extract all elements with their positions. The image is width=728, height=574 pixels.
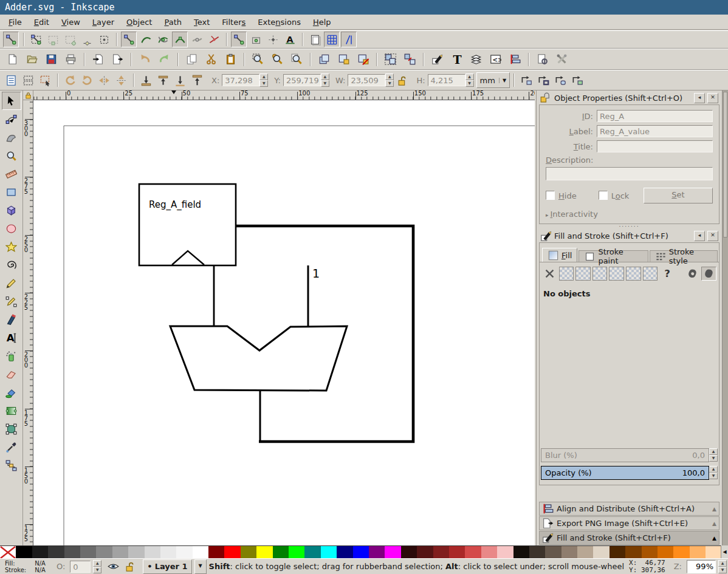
radial-gradient-button[interactable] (592, 267, 608, 281)
snap-bbox-centers-button[interactable] (96, 32, 112, 47)
snap-object-centers-button[interactable] (248, 32, 264, 47)
group-button[interactable] (381, 50, 399, 69)
palette-swatch[interactable] (224, 546, 240, 559)
tool-node-editor[interactable] (2, 110, 21, 128)
unknown-paint-button[interactable]: ? (659, 267, 675, 281)
palette-swatch[interactable] (433, 546, 449, 559)
object-properties-header[interactable]: Object Properties (Shift+Ctrl+O) ◂ ✕ (539, 92, 719, 104)
palette-swatch[interactable] (256, 546, 272, 559)
save-button[interactable] (42, 50, 60, 69)
snap-cusp-nodes-button[interactable] (172, 32, 188, 47)
dock-item-export[interactable]: Export PNG Image (Shift+Ctrl+E) ▲ (539, 516, 719, 530)
palette-swatch[interactable] (577, 546, 593, 559)
snap-grids-button[interactable] (324, 32, 340, 47)
mesh-gradient-button[interactable] (643, 267, 658, 281)
menu-item-view[interactable]: View (55, 16, 86, 29)
palette-swatch[interactable] (160, 546, 176, 559)
opacity-slider[interactable]: Opacity (%) 100,0 (541, 466, 709, 480)
export-button[interactable] (108, 50, 126, 69)
window-titlebar[interactable]: Adder.svg - Inkscape (0, 0, 728, 15)
palette-swatch[interactable] (304, 546, 320, 559)
import-button[interactable] (89, 50, 107, 69)
preferences-button[interactable] (552, 50, 571, 69)
tool-paint-bucket[interactable] (2, 383, 21, 401)
height-input[interactable]: 4,215 (428, 74, 465, 86)
dock-item-fill-stroke[interactable]: Fill and Stroke (Shift+Ctrl+F) ▲ (539, 531, 719, 545)
palette-none-swatch[interactable] (0, 546, 16, 559)
select-all-layers-button[interactable] (20, 72, 36, 88)
width-input[interactable]: 23,509 (348, 74, 385, 86)
palette-swatch[interactable] (673, 546, 689, 559)
cut-button[interactable] (202, 50, 220, 69)
palette-swatch[interactable] (208, 546, 224, 559)
h-spinner[interactable]: ▲▼ (465, 73, 474, 87)
flat-color-button[interactable] (559, 267, 574, 281)
w-spinner[interactable]: ▲▼ (385, 73, 394, 87)
blur-spinner[interactable]: ▲▼ (709, 448, 718, 462)
palette-swatch[interactable] (145, 546, 160, 559)
menu-item-extensions[interactable]: Extensions (252, 16, 307, 29)
affect-stroke-toggle[interactable] (535, 72, 551, 88)
palette-swatch[interactable] (610, 546, 625, 559)
unit-dropdown[interactable]: mm ▼ (476, 72, 510, 88)
snap-nodes-button[interactable] (121, 32, 137, 47)
document-properties-button[interactable] (533, 50, 551, 69)
alu-shape[interactable] (170, 326, 347, 391)
text-dialog-button[interactable]: T (447, 50, 465, 69)
collapse-panel-button[interactable]: ◂ (694, 231, 705, 241)
tool-pencil[interactable] (2, 274, 21, 292)
paste-button[interactable] (221, 50, 239, 69)
snap-bbox-edge-midpoints-button[interactable] (79, 32, 95, 47)
fill-rule-evenodd-button[interactable] (685, 267, 700, 281)
palette-swatch[interactable] (529, 546, 545, 559)
palette-swatch[interactable] (176, 546, 192, 559)
opacity-status-input[interactable]: 0 (70, 561, 91, 573)
constant-one-label[interactable]: 1 (312, 267, 320, 280)
dock-grip[interactable]: ······· (539, 224, 719, 230)
raise-to-top-button[interactable] (189, 72, 205, 88)
duplicate-button[interactable] (315, 50, 333, 69)
lock-guides-toggle[interactable] (23, 91, 33, 100)
snap-bbox-button[interactable] (28, 32, 44, 47)
palette-swatch[interactable] (706, 546, 721, 559)
palette-swatch[interactable] (112, 546, 128, 559)
flip-vertical-button[interactable] (113, 72, 129, 88)
snap-bbox-corners-button[interactable] (62, 32, 78, 47)
print-button[interactable] (61, 50, 80, 69)
zoom-drawing-button[interactable] (268, 50, 286, 69)
deselect-button[interactable] (37, 72, 53, 88)
palette-swatch[interactable] (16, 546, 32, 559)
tool-box-3d[interactable] (2, 201, 21, 219)
snap-text-baselines-button[interactable]: A (282, 32, 298, 47)
palette-swatch[interactable] (497, 546, 513, 559)
tool-star[interactable] (2, 237, 21, 256)
tool-rectangle[interactable] (2, 183, 21, 201)
fill-stroke-dialog-button[interactable] (428, 50, 446, 69)
fill-stroke-indicator[interactable]: Fill: N/A Stroke: N/A (1, 560, 46, 573)
palette-swatch[interactable] (481, 546, 497, 559)
palette-swatch[interactable] (193, 546, 208, 559)
zoom-input[interactable]: 99% (687, 560, 716, 573)
palette-swatch[interactable] (337, 546, 352, 559)
horizontal-ruler[interactable]: 0255075100125150175200 (33, 91, 535, 100)
tool-calligraphy[interactable] (2, 310, 21, 329)
tool-gradient[interactable] (2, 401, 21, 420)
layer-selector[interactable]: • Layer 1 (143, 559, 191, 574)
zoom-spinner[interactable]: ▲▼ (718, 560, 727, 573)
tool-eraser[interactable] (2, 365, 21, 383)
label-field[interactable]: Reg_A_value (597, 125, 713, 137)
description-field[interactable] (546, 167, 713, 180)
palette-swatch[interactable] (561, 546, 577, 559)
register-label[interactable]: Reg_A_field (149, 199, 201, 211)
x-input[interactable]: 37,298 (222, 74, 259, 86)
tool-zoom[interactable] (2, 146, 21, 165)
palette-swatch[interactable] (96, 546, 112, 559)
y-input[interactable]: 259,719 (283, 74, 321, 86)
tab-stroke-paint[interactable]: Stroke paint (579, 250, 648, 262)
raise-button[interactable] (155, 72, 171, 88)
rotate-cw-button[interactable] (79, 72, 95, 88)
tab-fill[interactable]: Fill (542, 248, 577, 262)
copy-button[interactable] (182, 50, 201, 69)
swatch-button[interactable] (626, 267, 641, 281)
menu-item-text[interactable]: Text (188, 16, 216, 29)
